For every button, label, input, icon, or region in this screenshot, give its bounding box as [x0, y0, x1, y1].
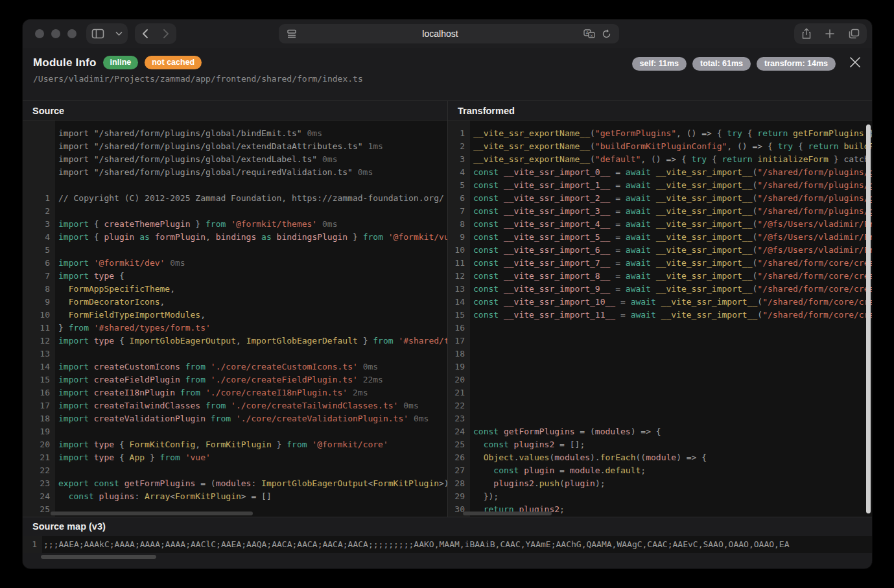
source-preamble: import "/shared/form/plugins/global/bind… — [23, 127, 447, 179]
code-line: 21import type { App } from 'vue' — [23, 451, 447, 464]
new-tab-button[interactable] — [825, 29, 834, 38]
code-line: import "/shared/form/plugins/global/exte… — [23, 153, 447, 166]
badge-not-cached: not cached — [145, 56, 202, 69]
badge-inline: inline — [103, 56, 139, 69]
source-code-area: import "/shared/form/plugins/global/bind… — [23, 121, 447, 517]
transformed-panel: Transformed 1__vite_ssr_exportName__("ge… — [447, 101, 872, 517]
code-line: 1__vite_ssr_exportName__("getFormPlugins… — [448, 127, 872, 140]
code-line: 13const __vite_ssr_import_9__ = await __… — [448, 283, 872, 296]
code-line: 23 — [448, 412, 872, 425]
code-line: 27 const plugin = module.default; — [448, 464, 872, 477]
code-line: 12import type { ImportGlobEagerOutput, I… — [23, 335, 447, 347]
toolbar-right-buttons — [794, 23, 867, 44]
code-line: 24const getFormPlugins = (modules) => { — [448, 425, 872, 438]
page-title: Module Info — [33, 56, 97, 69]
code-line: 19 — [23, 425, 447, 438]
code-line: 10const __vite_ssr_import_6__ = await __… — [448, 244, 872, 257]
code-line: 8const __vite_ssr_import_4__ = await __v… — [448, 218, 872, 231]
svg-text:x: x — [591, 32, 593, 38]
code-line: 1// Copyright (C) 2012-2025 Zammad Found… — [23, 192, 447, 205]
stat-self: self: 11ms — [632, 57, 687, 71]
code-line: 25 const plugins2 = []; — [448, 438, 872, 451]
code-line: 7import type { — [23, 270, 447, 283]
code-line: 4const __vite_ssr_import_0__ = await __v… — [448, 166, 872, 179]
code-line: 5 — [23, 244, 447, 257]
forward-button[interactable] — [163, 29, 169, 39]
stat-total: total: 61ms — [692, 57, 751, 71]
code-line: 26 Object.values(modules).forEach((modul… — [448, 451, 872, 464]
code-line: 9const __vite_ssr_import_5__ = await __v… — [448, 231, 872, 244]
code-line: 16import createI18nPlugin from './core/c… — [23, 386, 447, 399]
source-code: 1// Copyright (C) 2012-2025 Zammad Found… — [23, 192, 447, 516]
sourcemap-title: Source map (v3) — [23, 517, 872, 536]
sourcemap-code-area: 1;;;AAEA;AAAkC;AAAA;AAAA;AAAA;AAClC;AAEA… — [23, 536, 872, 553]
code-line: 23export const getFormPlugins = (modules… — [23, 477, 447, 490]
tabs-overview-button[interactable] — [849, 29, 860, 39]
code-line: 6import '@formkit/dev' 0ms — [23, 257, 447, 270]
code-line: 24 const plugins: Array<FormKitPlugin> =… — [23, 490, 447, 503]
code-line: 14import createCustomIcons from './core/… — [23, 360, 447, 373]
module-info-header: Module Info inline not cached self: 11ms… — [23, 48, 872, 100]
code-line: 13 — [23, 347, 447, 360]
translate-icon[interactable]: A x — [583, 29, 595, 39]
code-line: 22 — [448, 399, 872, 412]
source-horizontal-scrollbar[interactable] — [51, 512, 253, 515]
code-line: 11} from '#shared/types/form.ts' — [23, 322, 447, 335]
file-path: /Users/vladimir/Projects/zammad/app/fron… — [33, 74, 862, 84]
source-panel-title: Source — [23, 101, 447, 121]
sourcemap-horizontal-scrollbar[interactable] — [41, 555, 156, 559]
nav-buttons — [135, 23, 176, 44]
traffic-light-maximize[interactable] — [67, 29, 76, 38]
code-line: 29 }); — [448, 490, 872, 503]
code-line: 10 FormFieldTypeImportModules, — [23, 309, 447, 322]
sidebar-toggle-button[interactable] — [86, 23, 128, 44]
code-line: 14const __vite_ssr_import_10__ = await _… — [448, 296, 872, 309]
code-line: 20 — [448, 373, 872, 386]
reader-icon[interactable] — [287, 29, 297, 38]
code-line: 20import type { FormKitConfig, FormKitPl… — [23, 438, 447, 451]
code-line: 8 FormAppSpecificTheme, — [23, 283, 447, 296]
share-button[interactable] — [801, 28, 812, 40]
back-button[interactable] — [142, 29, 148, 39]
transformed-code: 1__vite_ssr_exportName__("getFormPlugins… — [448, 127, 872, 516]
sourcemap-mappings: 1;;;AAEA;AAAkC;AAAA;AAAA;AAAA;AAClC;AAEA… — [23, 536, 872, 553]
sidebar-icon — [91, 29, 104, 39]
code-line: 18import createValidationPlugin from './… — [23, 412, 447, 425]
browser-window: localhost A x — [23, 19, 872, 569]
code-line: 22 — [23, 464, 447, 477]
code-line: 17import createTailwindClasses from './c… — [23, 399, 447, 412]
code-line: 12const __vite_ssr_import_8__ = await __… — [448, 270, 872, 283]
code-line: 28 plugins2.push(plugin); — [448, 477, 872, 490]
traffic-light-close[interactable] — [35, 29, 44, 38]
code-line: 4import { plugin as formPlugin, bindings… — [23, 231, 447, 244]
traffic-light-minimize[interactable] — [51, 29, 60, 38]
stat-transform: transform: 14ms — [757, 57, 836, 71]
code-line: 3__vite_ssr_exportName__("default", () =… — [448, 153, 872, 166]
code-line: 5const __vite_ssr_import_1__ = await __v… — [448, 179, 872, 192]
timing-stats: self: 11ms total: 61ms transform: 14ms — [632, 57, 836, 71]
url-bar[interactable]: localhost A x — [279, 24, 619, 43]
code-line: import "/shared/form/plugins/global/bind… — [23, 127, 447, 140]
transformed-code-area: 1__vite_ssr_exportName__("getFormPlugins… — [448, 121, 872, 517]
code-line: 17 — [448, 335, 872, 347]
chevron-down-icon — [115, 31, 123, 36]
code-line: 6const __vite_ssr_import_2__ = await __v… — [448, 192, 872, 205]
code-line: 9 FormDecoratorIcons, — [23, 296, 447, 309]
code-line: 16 — [448, 322, 872, 335]
code-line: 2 — [23, 205, 447, 218]
vertical-scrollbar[interactable] — [866, 124, 871, 513]
code-line: 2__vite_ssr_exportName__("buildFormKitPl… — [448, 140, 872, 153]
reload-button[interactable] — [602, 29, 611, 39]
code-line: 21 — [448, 386, 872, 399]
code-line: 19 — [448, 360, 872, 373]
url-text: localhost — [297, 29, 583, 39]
source-panel: Source import "/shared/form/plugins/glob… — [23, 101, 447, 517]
transformed-horizontal-scrollbar[interactable] — [463, 512, 552, 515]
code-line: import "/shared/form/plugins/global/requ… — [23, 166, 447, 179]
close-button[interactable] — [849, 56, 862, 69]
code-line: import "/shared/form/plugins/global/exte… — [23, 140, 447, 153]
code-panels: Source import "/shared/form/plugins/glob… — [23, 100, 872, 517]
browser-titlebar: localhost A x — [23, 19, 872, 48]
code-line: 18 — [448, 347, 872, 360]
code-line: 1;;;AAEA;AAAkC;AAAA;AAAA;AAAA;AAClC;AAEA… — [23, 536, 872, 553]
